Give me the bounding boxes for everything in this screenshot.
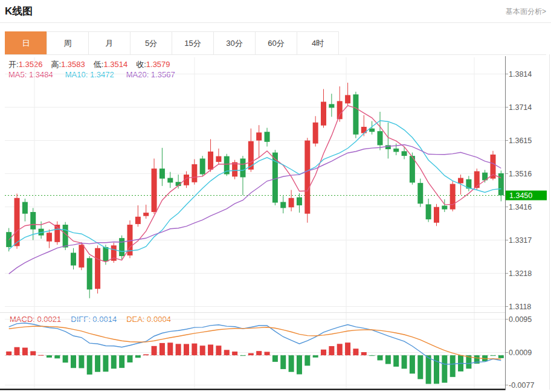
candle-body — [22, 202, 28, 213]
candle-body — [426, 204, 431, 219]
candle-body — [95, 248, 100, 289]
candle-body — [353, 94, 358, 134]
current-price-badge-label: 1.3450 — [509, 191, 532, 200]
macd-histogram-bar — [240, 355, 245, 356]
ma5-line — [9, 106, 501, 262]
macd-histogram-bar — [135, 355, 141, 358]
macd-histogram-bar — [30, 351, 36, 355]
macd-histogram-bar — [192, 344, 197, 356]
candle-body — [256, 132, 262, 140]
price-axis-label: 1.3714 — [509, 103, 532, 112]
price-axis-label: 1.3416 — [509, 203, 532, 211]
candle-body — [135, 217, 141, 224]
macd-histogram-bar — [39, 355, 44, 356]
macd-histogram-bar — [265, 352, 270, 355]
kline-chart-canvas[interactable]: 1.38141.37141.36151.35161.34161.33171.32… — [0, 0, 551, 392]
candle-body — [216, 156, 221, 162]
candle-body — [87, 258, 92, 289]
candle-body — [378, 131, 383, 145]
macd-histogram-bar — [224, 350, 230, 355]
macd-axis-label: -0.0077 — [509, 381, 534, 390]
price-axis-label: 1.3317 — [509, 236, 532, 245]
macd-histogram-bar — [329, 346, 334, 355]
macd-histogram-bar — [289, 355, 294, 372]
macd-histogram-bar — [95, 355, 100, 372]
macd-axis-label: 0.0009 — [509, 349, 532, 357]
candle-body — [79, 245, 84, 268]
macd-histogram-bar — [54, 355, 60, 358]
macd-histogram-bar — [184, 344, 189, 355]
macd-histogram-bar — [119, 355, 124, 368]
macd-histogram-bar — [450, 355, 456, 377]
candle-body — [192, 164, 197, 182]
macd-histogram-bar — [71, 355, 76, 368]
candle-body — [119, 238, 124, 256]
macd-histogram-bar — [176, 344, 181, 355]
macd-histogram-bar — [280, 355, 286, 369]
candle-body — [265, 132, 270, 142]
macd-histogram-bar — [410, 355, 415, 373]
candle-body — [30, 212, 36, 230]
candle-body — [345, 95, 350, 103]
macd-histogram-bar — [345, 342, 350, 355]
candle-body — [71, 252, 76, 265]
candle-body — [297, 198, 302, 205]
candle-body — [240, 159, 245, 178]
kline-chart-page: K线图 基本面分析> 日周月5分15分30分60分4时 开:1.3526高:1.… — [0, 0, 551, 392]
candle-body — [304, 141, 310, 214]
candle-body — [321, 101, 326, 125]
macd-histogram-bar — [297, 355, 302, 374]
macd-histogram-bar — [127, 355, 133, 362]
macd-histogram-bar — [200, 345, 205, 355]
macd-histogram-bar — [337, 344, 343, 355]
candle-body — [417, 183, 423, 204]
macd-histogram-bar — [361, 352, 367, 355]
price-axis-label: 1.3218 — [509, 269, 532, 278]
candle-body — [337, 101, 343, 119]
macd-histogram-bar — [208, 345, 213, 356]
candle-body — [474, 172, 480, 188]
bottom-border — [0, 389, 505, 391]
macd-histogram-bar — [304, 355, 310, 365]
candle-body — [103, 247, 108, 262]
macd-histogram-bar — [87, 355, 92, 374]
candle-body — [14, 198, 20, 246]
macd-histogram-bar — [143, 355, 149, 356]
macd-histogram-bar — [353, 349, 358, 355]
candle-body — [208, 152, 213, 170]
price-axis-label: 1.3118 — [509, 303, 531, 311]
candle-body — [143, 213, 149, 216]
price-axis-label: 1.3516 — [509, 170, 532, 178]
macd-histogram-bar — [402, 355, 407, 368]
macd-histogram-bar — [498, 355, 504, 358]
price-axis-label: 1.3814 — [509, 70, 532, 79]
macd-histogram-bar — [313, 355, 318, 358]
candle-body — [369, 129, 375, 132]
candle-body — [450, 184, 456, 210]
macd-histogram-bar — [14, 347, 20, 355]
macd-histogram-bar — [232, 352, 237, 355]
macd-histogram-bar — [378, 355, 383, 360]
candle-body — [160, 169, 165, 179]
candle-body — [442, 205, 447, 209]
macd-histogram-bar — [385, 355, 391, 364]
candle-body — [498, 173, 504, 196]
macd-histogram-bar — [167, 342, 173, 355]
candle-body — [402, 151, 407, 156]
price-axis-label: 1.3615 — [509, 137, 532, 145]
macd-histogram-bar — [369, 355, 375, 356]
candle-body — [458, 178, 463, 184]
macd-histogram-bar — [256, 351, 262, 355]
candle-body — [434, 207, 439, 223]
macd-histogram-bar — [63, 355, 68, 362]
macd-histogram-bar — [22, 348, 28, 356]
candle-body — [329, 104, 334, 108]
candle-body — [167, 178, 173, 183]
macd-histogram-bar — [442, 355, 447, 382]
macd-histogram-bar — [434, 355, 439, 384]
candle-body — [313, 123, 318, 144]
macd-histogram-bar — [160, 343, 165, 355]
candle-body — [47, 233, 52, 241]
candle-body — [232, 162, 237, 177]
candle-body — [200, 159, 205, 175]
